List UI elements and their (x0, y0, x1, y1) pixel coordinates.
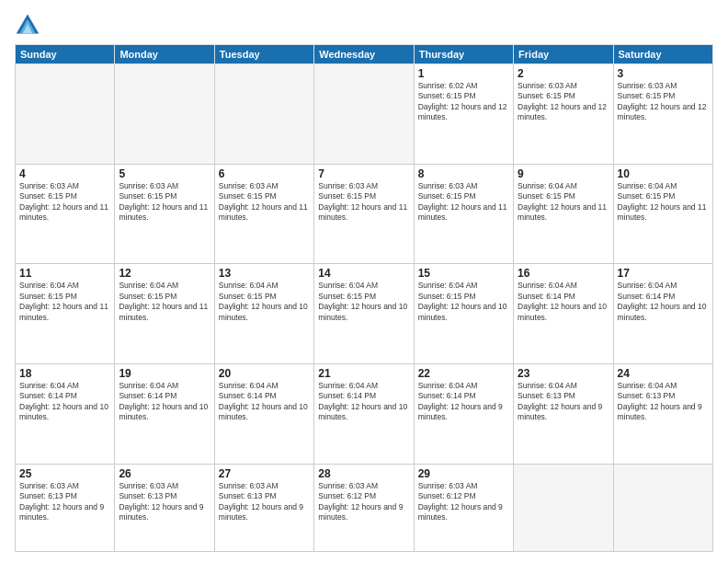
calendar-cell: 11Sunrise: 6:04 AMSunset: 6:15 PMDayligh… (16, 264, 115, 364)
day-info: Sunrise: 6:03 AMSunset: 6:13 PMDaylight:… (119, 481, 210, 523)
day-number: 20 (219, 367, 310, 380)
calendar-cell: 9Sunrise: 6:04 AMSunset: 6:15 PMDaylight… (514, 164, 613, 264)
calendar-table: SundayMondayTuesdayWednesdayThursdayFrid… (15, 44, 713, 552)
day-number: 5 (119, 167, 210, 180)
day-number: 26 (119, 467, 210, 480)
day-info: Sunrise: 6:04 AMSunset: 6:15 PMDaylight:… (219, 281, 310, 323)
calendar-cell (214, 64, 313, 165)
calendar-cell: 21Sunrise: 6:04 AMSunset: 6:14 PMDayligh… (314, 363, 414, 464)
day-info: Sunrise: 6:04 AMSunset: 6:15 PMDaylight:… (19, 281, 110, 323)
day-info: Sunrise: 6:04 AMSunset: 6:14 PMDaylight:… (318, 381, 409, 423)
day-number: 21 (318, 367, 409, 380)
calendar-cell (314, 64, 414, 165)
calendar-cell: 14Sunrise: 6:04 AMSunset: 6:15 PMDayligh… (314, 264, 414, 364)
weekday-thursday: Thursday (414, 45, 513, 64)
weekday-wednesday: Wednesday (314, 45, 414, 64)
day-number: 13 (219, 267, 310, 280)
weekday-sunday: Sunday (16, 45, 115, 64)
day-info: Sunrise: 6:04 AMSunset: 6:15 PMDaylight:… (618, 181, 709, 224)
day-info: Sunrise: 6:03 AMSunset: 6:13 PMDaylight:… (219, 481, 310, 523)
calendar-cell: 24Sunrise: 6:04 AMSunset: 6:13 PMDayligh… (613, 363, 712, 464)
day-number: 4 (19, 167, 110, 180)
day-number: 25 (19, 467, 110, 480)
week-row-2: 4Sunrise: 6:03 AMSunset: 6:15 PMDaylight… (16, 164, 713, 264)
day-info: Sunrise: 6:03 AMSunset: 6:12 PMDaylight:… (318, 481, 409, 523)
calendar-cell: 6Sunrise: 6:03 AMSunset: 6:15 PMDaylight… (214, 164, 313, 264)
day-number: 3 (618, 67, 709, 80)
weekday-saturday: Saturday (613, 45, 712, 64)
day-info: Sunrise: 6:03 AMSunset: 6:13 PMDaylight:… (19, 481, 110, 523)
day-info: Sunrise: 6:04 AMSunset: 6:14 PMDaylight:… (418, 381, 509, 423)
page: SundayMondayTuesdayWednesdayThursdayFrid… (0, 0, 728, 563)
day-info: Sunrise: 6:03 AMSunset: 6:15 PMDaylight:… (219, 181, 310, 224)
day-info: Sunrise: 6:04 AMSunset: 6:15 PMDaylight:… (418, 281, 509, 323)
day-info: Sunrise: 6:02 AMSunset: 6:15 PMDaylight:… (418, 81, 509, 123)
weekday-friday: Friday (514, 45, 613, 64)
weekday-header-row: SundayMondayTuesdayWednesdayThursdayFrid… (16, 45, 713, 64)
week-row-3: 11Sunrise: 6:04 AMSunset: 6:15 PMDayligh… (16, 264, 713, 364)
weekday-tuesday: Tuesday (214, 45, 313, 64)
day-number: 9 (518, 167, 609, 180)
day-number: 17 (618, 267, 709, 280)
day-number: 28 (318, 467, 409, 480)
calendar-cell: 26Sunrise: 6:03 AMSunset: 6:13 PMDayligh… (115, 464, 214, 551)
day-number: 12 (119, 267, 210, 280)
calendar-cell: 7Sunrise: 6:03 AMSunset: 6:15 PMDaylight… (314, 164, 414, 264)
calendar-cell: 25Sunrise: 6:03 AMSunset: 6:13 PMDayligh… (16, 464, 115, 551)
calendar-cell (613, 464, 712, 551)
day-info: Sunrise: 6:03 AMSunset: 6:15 PMDaylight:… (418, 181, 509, 224)
day-info: Sunrise: 6:03 AMSunset: 6:15 PMDaylight:… (19, 181, 110, 224)
day-info: Sunrise: 6:04 AMSunset: 6:13 PMDaylight:… (518, 381, 609, 423)
calendar-cell: 12Sunrise: 6:04 AMSunset: 6:15 PMDayligh… (115, 264, 214, 364)
day-info: Sunrise: 6:03 AMSunset: 6:15 PMDaylight:… (618, 81, 709, 123)
calendar-cell: 19Sunrise: 6:04 AMSunset: 6:14 PMDayligh… (115, 363, 214, 464)
logo-icon (15, 11, 40, 37)
day-info: Sunrise: 6:03 AMSunset: 6:12 PMDaylight:… (418, 481, 509, 523)
day-number: 10 (618, 167, 709, 180)
calendar-cell: 17Sunrise: 6:04 AMSunset: 6:14 PMDayligh… (613, 264, 712, 364)
header (15, 11, 713, 37)
calendar-cell: 15Sunrise: 6:04 AMSunset: 6:15 PMDayligh… (414, 264, 513, 364)
calendar-cell: 4Sunrise: 6:03 AMSunset: 6:15 PMDaylight… (16, 164, 115, 264)
day-info: Sunrise: 6:03 AMSunset: 6:15 PMDaylight:… (518, 81, 609, 123)
day-info: Sunrise: 6:04 AMSunset: 6:14 PMDaylight:… (618, 281, 709, 323)
calendar-cell: 3Sunrise: 6:03 AMSunset: 6:15 PMDaylight… (613, 64, 712, 165)
day-number: 23 (518, 367, 609, 380)
day-info: Sunrise: 6:04 AMSunset: 6:14 PMDaylight:… (19, 381, 110, 423)
day-number: 18 (19, 367, 110, 380)
day-info: Sunrise: 6:04 AMSunset: 6:15 PMDaylight:… (119, 281, 210, 323)
day-info: Sunrise: 6:04 AMSunset: 6:14 PMDaylight:… (518, 281, 609, 323)
calendar-cell: 29Sunrise: 6:03 AMSunset: 6:12 PMDayligh… (414, 464, 513, 551)
day-number: 16 (518, 267, 609, 280)
day-info: Sunrise: 6:03 AMSunset: 6:15 PMDaylight:… (119, 181, 210, 224)
week-row-4: 18Sunrise: 6:04 AMSunset: 6:14 PMDayligh… (16, 363, 713, 464)
day-info: Sunrise: 6:04 AMSunset: 6:13 PMDaylight:… (618, 381, 709, 423)
week-row-1: 1Sunrise: 6:02 AMSunset: 6:15 PMDaylight… (16, 64, 713, 165)
calendar-cell: 13Sunrise: 6:04 AMSunset: 6:15 PMDayligh… (214, 264, 313, 364)
calendar-cell (115, 64, 214, 165)
calendar-cell: 28Sunrise: 6:03 AMSunset: 6:12 PMDayligh… (314, 464, 414, 551)
calendar-cell (16, 64, 115, 165)
calendar-cell: 10Sunrise: 6:04 AMSunset: 6:15 PMDayligh… (613, 164, 712, 264)
day-info: Sunrise: 6:03 AMSunset: 6:15 PMDaylight:… (318, 181, 409, 224)
calendar-cell: 27Sunrise: 6:03 AMSunset: 6:13 PMDayligh… (214, 464, 313, 551)
calendar-cell: 22Sunrise: 6:04 AMSunset: 6:14 PMDayligh… (414, 363, 513, 464)
calendar-cell: 23Sunrise: 6:04 AMSunset: 6:13 PMDayligh… (514, 363, 613, 464)
day-number: 15 (418, 267, 509, 280)
day-number: 24 (618, 367, 709, 380)
week-row-5: 25Sunrise: 6:03 AMSunset: 6:13 PMDayligh… (16, 464, 713, 551)
day-number: 19 (119, 367, 210, 380)
calendar-cell: 18Sunrise: 6:04 AMSunset: 6:14 PMDayligh… (16, 363, 115, 464)
day-number: 6 (219, 167, 310, 180)
weekday-monday: Monday (115, 45, 214, 64)
logo (15, 11, 44, 37)
calendar-cell: 2Sunrise: 6:03 AMSunset: 6:15 PMDaylight… (514, 64, 613, 165)
day-number: 27 (219, 467, 310, 480)
day-number: 2 (518, 67, 609, 80)
day-number: 14 (318, 267, 409, 280)
calendar-cell: 1Sunrise: 6:02 AMSunset: 6:15 PMDaylight… (414, 64, 513, 165)
calendar-cell: 20Sunrise: 6:04 AMSunset: 6:14 PMDayligh… (214, 363, 313, 464)
calendar-cell: 16Sunrise: 6:04 AMSunset: 6:14 PMDayligh… (514, 264, 613, 364)
day-number: 29 (418, 467, 509, 480)
day-info: Sunrise: 6:04 AMSunset: 6:15 PMDaylight:… (318, 281, 409, 323)
